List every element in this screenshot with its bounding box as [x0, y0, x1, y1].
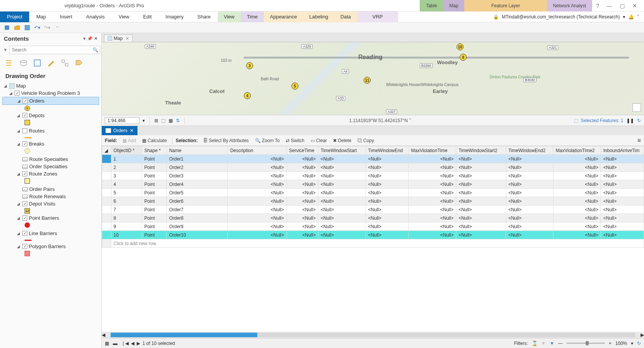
order-pin-5[interactable]: 5 [291, 83, 298, 89]
tree-node-polygon-barriers[interactable]: ◢Polygon Barriers [2, 243, 99, 250]
context-tab-feature[interactable]: Feature Layer [464, 0, 547, 12]
show-selected-icon[interactable]: ▬ [113, 341, 118, 346]
map-tool-icon[interactable]: ⬚ [161, 118, 166, 123]
scroll-right-icon[interactable]: ▶ [641, 332, 644, 338]
contents-pin-icon[interactable]: 📌 [87, 36, 93, 41]
map-canvas[interactable]: 103 m Reading Woodley Earley Calcot Thea… [102, 42, 644, 115]
contents-close-icon[interactable]: ✕ [94, 36, 98, 41]
column-header[interactable]: MaxViolationTime [409, 146, 456, 155]
ribbon-tab-imagery[interactable]: Imagery [159, 12, 190, 22]
new-project-icon[interactable] [4, 24, 11, 31]
map-attribution-icon[interactable] [632, 103, 641, 112]
column-header[interactable]: MaxViolationTime2 [553, 146, 601, 155]
selected-features[interactable]: ⬚ Selected Features: 1 [574, 118, 623, 123]
corner-cell[interactable]: ◢ [102, 146, 111, 155]
tree-node-routes[interactable]: ◢Routes [2, 127, 99, 134]
table-row[interactable]: 6PointOrder6<Null><Null><Null><Null><Nul… [102, 197, 644, 205]
filter-icon[interactable]: ▼ [550, 341, 554, 346]
list-by-source-icon[interactable] [19, 59, 28, 67]
scale-dropdown-icon[interactable]: ▾ [142, 118, 145, 123]
ribbon-sub-data[interactable]: Data [334, 12, 357, 22]
column-header[interactable]: TimeWindowStart [318, 146, 366, 155]
table-menu-icon[interactable]: ≡ [637, 137, 641, 144]
table-row[interactable]: 8PointOrder8<Null><Null><Null><Null><Nul… [102, 214, 644, 222]
show-all-icon[interactable]: ▦ [105, 341, 109, 346]
data-grid[interactable]: ◢ObjectID *Shape *NameDescriptionService… [102, 146, 644, 332]
table-row[interactable]: 1PointOrder1<Null><Null><Null><Null><Nul… [102, 155, 644, 163]
tree-node-vrp[interactable]: ◢Vehicle Routing Problem 3 [2, 89, 99, 97]
map-tool-icon[interactable]: ⇅ [176, 118, 180, 123]
scroll-thumb[interactable] [111, 333, 257, 337]
tree-node-order-pairs[interactable]: Order Pairs [2, 186, 99, 193]
notifications-icon[interactable]: 🔔 [628, 14, 634, 20]
list-by-drawing-order-icon[interactable] [5, 59, 14, 67]
order-pin-4[interactable]: 4 [244, 92, 251, 99]
prev-record-icon[interactable]: ◀ [131, 341, 134, 346]
column-header[interactable]: TimeWindowEnd [366, 146, 409, 155]
ribbon-sub-vrp[interactable]: VRP [357, 12, 398, 22]
redo-icon[interactable]: ↷▾ [44, 24, 51, 31]
ribbon-tab-insert[interactable]: Insert [53, 12, 79, 22]
list-by-labeling-icon[interactable] [74, 59, 83, 67]
next-record-icon[interactable]: ▶ [137, 341, 140, 346]
ribbon-tab-project[interactable]: Project [0, 12, 29, 22]
snap-icon[interactable]: ⊞ [154, 118, 158, 123]
pause-icon[interactable]: ❚❚ [626, 118, 634, 123]
contents-dropdown-icon[interactable]: ▾ [83, 36, 86, 41]
tree-node-depots[interactable]: ◢Depots [2, 112, 99, 119]
user-dropdown-icon[interactable]: ▾ [623, 14, 625, 20]
help-button[interactable]: ? [596, 3, 599, 9]
zoom-to-button[interactable]: 🔍Zoom To [253, 137, 282, 144]
column-header[interactable]: InboundArriveTim [601, 146, 644, 155]
table-row[interactable]: 7PointOrder7<Null><Null><Null><Null><Nul… [102, 205, 644, 214]
filter-icon[interactable]: ⌛ [532, 341, 538, 346]
tree-node-route-specialties[interactable]: Route Specialties [2, 156, 99, 163]
tree-node-route-zones[interactable]: ◢Route Zones [2, 170, 99, 177]
first-record-icon[interactable]: ❘◀ [121, 341, 129, 346]
ribbon-sub-table-view[interactable]: View [218, 12, 241, 22]
column-header[interactable]: TimeWindowEnd2 [506, 146, 553, 155]
tree-node-breaks[interactable]: ◢Breaks [2, 140, 99, 147]
map-tool-icon[interactable]: ▦ [169, 118, 173, 123]
refresh-icon[interactable]: ↻ [637, 118, 641, 123]
ribbon-sub-labeling[interactable]: Labeling [303, 12, 334, 22]
list-by-editing-icon[interactable] [47, 59, 55, 67]
add-field-button[interactable]: ▦Add [120, 137, 138, 144]
list-by-snapping-icon[interactable] [61, 59, 69, 67]
close-button[interactable]: ✕ [632, 3, 637, 9]
calculate-button[interactable]: ▦Calculate [140, 137, 169, 144]
ribbon-sub-appearance[interactable]: Appearance [264, 12, 303, 22]
new-row[interactable]: Click to add new row. [102, 239, 644, 248]
tree-node-route-renewals[interactable]: Route Renewals [2, 193, 99, 200]
column-header[interactable]: Shape * [142, 146, 167, 155]
minimize-button[interactable]: — [607, 3, 612, 9]
user-label[interactable]: MTindall@esriuk.com_techresearch (Techni… [502, 14, 620, 20]
ribbon-tab-edit[interactable]: Edit [136, 12, 159, 22]
tree-node-map[interactable]: ◢Map [2, 82, 99, 89]
table-row[interactable]: 2PointOrder2<Null><Null><Null><Null><Nul… [102, 163, 644, 172]
filter-icon[interactable]: ▼ [541, 341, 546, 346]
filter-icon[interactable]: ▼ [3, 47, 8, 53]
tree-node-order-specialties[interactable]: Order Specialties [2, 163, 99, 170]
orders-table-tab[interactable]: Orders ✕ [102, 126, 137, 135]
close-icon[interactable]: ✕ [130, 128, 134, 133]
maximize-button[interactable]: ▢ [620, 3, 625, 9]
order-pin-10[interactable]: 10 [457, 43, 464, 50]
clear-button[interactable]: ▭Clear [308, 137, 329, 144]
search-icon[interactable]: 🔍 [93, 47, 98, 53]
order-pin-11[interactable]: 11 [364, 77, 371, 84]
refresh-icon[interactable]: ↻ [637, 341, 641, 346]
open-project-icon[interactable] [14, 24, 21, 31]
column-header[interactable]: ServiceTime [286, 146, 318, 155]
scale-input[interactable]: 1:94,466 [105, 117, 139, 124]
tree-node-point-barriers[interactable]: ◢Point Barriers [2, 214, 99, 222]
undo-icon[interactable]: ↶▾ [34, 24, 41, 31]
select-by-attributes-button[interactable]: 🗄Select By Attributes [201, 137, 251, 144]
table-row[interactable]: 4PointOrder4<Null><Null><Null><Null><Nul… [102, 180, 644, 189]
tree-node-line-barriers[interactable]: ◢Line Barriers [2, 230, 99, 237]
search-input[interactable] [9, 46, 100, 54]
switch-button[interactable]: ⇄Switch [283, 137, 306, 144]
list-by-selection-icon[interactable] [33, 59, 41, 67]
save-project-icon[interactable] [24, 24, 31, 31]
zoom-dropdown-icon[interactable]: ▾ [631, 341, 633, 346]
